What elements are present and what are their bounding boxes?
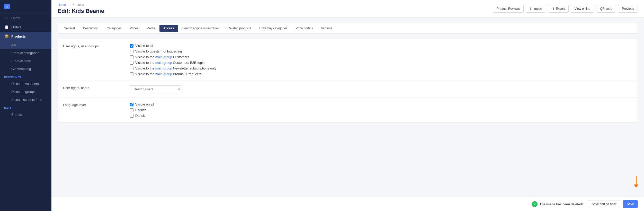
language-layer-label: Language layer: [63, 102, 130, 107]
discounts-section-label: DISCOUNTS: [0, 73, 51, 80]
breadcrumb: Home › Products: [58, 3, 104, 7]
breadcrumb-home[interactable]: Home: [58, 3, 66, 7]
checkbox-visible-guests[interactable]: Visible to guests (not logged in): [130, 49, 632, 53]
sidebar-logo: ⌂: [0, 0, 51, 13]
checkbox-dansk[interactable]: Dansk: [130, 114, 632, 118]
checkbox-visible-customers-b2b-input[interactable]: [130, 61, 133, 65]
sidebar-sub-product-categories[interactable]: Product categories: [0, 49, 51, 57]
product-reviews-button[interactable]: Product Reviews: [493, 5, 524, 13]
user-rights-groups-row: User rights, user groups Visible to all …: [58, 39, 638, 81]
tabs-bar: General Description Categories Prices Me…: [58, 23, 638, 34]
tab-variants[interactable]: Variants: [317, 25, 336, 32]
tab-extra-buy-categories[interactable]: Extra buy categories: [255, 25, 291, 32]
sidebar-sub-brands[interactable]: Brands: [0, 111, 51, 119]
sidebar-item-home-label: Home: [11, 16, 20, 20]
checkbox-visible-brands-input[interactable]: [130, 72, 133, 76]
checkbox-visible-on-all[interactable]: Visible on all: [130, 102, 632, 106]
user-rights-users-field: Search users: [130, 85, 632, 93]
search-users-container: Search users: [130, 85, 632, 93]
scroll-arrow-line: [636, 176, 637, 185]
main-area: Home › Products Edit: Kids Beanie Produc…: [51, 0, 644, 211]
sidebar-item-products[interactable]: 📦 Products: [0, 32, 51, 41]
scroll-arrow-head: [634, 184, 638, 188]
import-icon: ⬇: [530, 7, 532, 11]
save-and-go-back-button[interactable]: Save and go back: [588, 200, 620, 208]
sidebar: ⌂ ⌂ Home 📋 Orders 📦 Products All Product…: [0, 0, 51, 211]
logo-icon: ⌂: [4, 4, 10, 9]
user-rights-users-label: User rights, users: [63, 85, 130, 90]
tab-description[interactable]: Description: [79, 25, 102, 32]
checkbox-visible-brands[interactable]: Visible to the main group Brands / Produ…: [130, 72, 632, 76]
view-online-button[interactable]: View online: [571, 5, 594, 13]
save-button[interactable]: Save: [623, 200, 638, 208]
success-message-text: The image has been deleted!: [539, 202, 583, 206]
tab-general[interactable]: General: [60, 25, 79, 32]
content-area: General Description Categories Prices Me…: [51, 18, 644, 197]
sidebar-sub-product-stock[interactable]: Product stock: [0, 57, 51, 65]
data-section-label: DATA: [0, 104, 51, 111]
user-rights-checkboxes: Visible to all Visible to guests (not lo…: [130, 44, 632, 76]
tab-price-portals[interactable]: Price portals: [292, 25, 317, 32]
checkbox-visible-all[interactable]: Visible to all: [130, 44, 632, 48]
sidebar-sub-gift-wrapping[interactable]: Gift wrapping: [0, 65, 51, 73]
checkbox-english[interactable]: English: [130, 108, 632, 112]
checkbox-visible-newsletter-input[interactable]: [130, 67, 133, 70]
sidebar-item-home[interactable]: ⌂ Home: [0, 13, 51, 22]
checkbox-dansk-input[interactable]: [130, 114, 133, 118]
checkbox-visible-guests-input[interactable]: [130, 50, 133, 53]
user-rights-groups-field: Visible to all Visible to guests (not lo…: [130, 44, 632, 76]
tab-seo[interactable]: Search engine optimization: [178, 25, 223, 32]
checkbox-visible-customers[interactable]: Visible to the main group Customers: [130, 55, 632, 59]
form-card: User rights, user groups Visible to all …: [58, 39, 638, 122]
page-title: Edit: Kids Beanie: [58, 8, 104, 14]
tab-access[interactable]: Access: [159, 25, 178, 32]
export-icon: ⬇: [552, 7, 554, 11]
language-checkboxes: Visible on all English Dansk: [130, 102, 632, 118]
tab-media[interactable]: Media: [143, 25, 159, 32]
tab-prices[interactable]: Prices: [126, 25, 142, 32]
checkbox-visible-newsletter[interactable]: Visible to the main group Newsletter sub…: [130, 66, 632, 70]
sidebar-sub-discount-vouchers[interactable]: Discount vouchers: [0, 80, 51, 88]
checkbox-english-input[interactable]: [130, 108, 133, 112]
checkbox-visible-customers-b2b[interactable]: Visible to the main group Customers B2B-…: [130, 61, 632, 65]
breadcrumb-current: Products: [72, 3, 84, 7]
tab-categories[interactable]: Categories: [103, 25, 126, 32]
success-icon: ✓: [532, 201, 538, 207]
checkbox-visible-on-all-input[interactable]: [130, 103, 133, 106]
sidebar-item-orders-label: Orders: [11, 25, 22, 29]
products-icon: 📦: [4, 34, 9, 38]
checkbox-visible-all-input[interactable]: [130, 44, 133, 48]
top-header: Home › Products Edit: Kids Beanie Produc…: [51, 0, 644, 18]
language-layer-field: Visible on all English Dansk: [130, 102, 632, 118]
checkbox-visible-customers-input[interactable]: [130, 55, 133, 59]
import-button[interactable]: ⬇ Import: [526, 5, 546, 13]
header-left: Home › Products Edit: Kids Beanie: [58, 3, 104, 14]
user-rights-users-row: User rights, users Search users: [58, 81, 638, 98]
scroll-arrow-indicator: [633, 175, 639, 188]
sidebar-sub-discount-groups[interactable]: Discount groups: [0, 88, 51, 96]
bottom-bar: ✓ The image has been deleted! Save and g…: [51, 197, 644, 211]
success-message-container: ✓ The image has been deleted!: [532, 201, 583, 207]
orders-icon: 📋: [4, 25, 9, 29]
search-users-select[interactable]: Search users: [130, 85, 181, 93]
sidebar-sub-all[interactable]: All: [0, 41, 51, 49]
previous-button[interactable]: Previous: [618, 5, 638, 13]
tab-related-products[interactable]: Related products: [224, 25, 255, 32]
sidebar-item-products-label: Products: [11, 34, 26, 38]
header-actions: Product Reviews ⬇ Import ⬇ Export View o…: [493, 5, 638, 13]
breadcrumb-sep: ›: [68, 3, 69, 7]
language-layer-row: Language layer Visible on all English: [58, 98, 638, 122]
qr-code-button[interactable]: QR code: [596, 5, 616, 13]
export-button[interactable]: ⬇ Export: [548, 5, 569, 13]
home-icon: ⌂: [4, 16, 9, 20]
sidebar-sub-sales-discounts[interactable]: Sales discounts / fee: [0, 96, 51, 104]
sidebar-item-orders[interactable]: 📋 Orders: [0, 22, 51, 32]
user-rights-groups-label: User rights, user groups: [63, 44, 130, 48]
